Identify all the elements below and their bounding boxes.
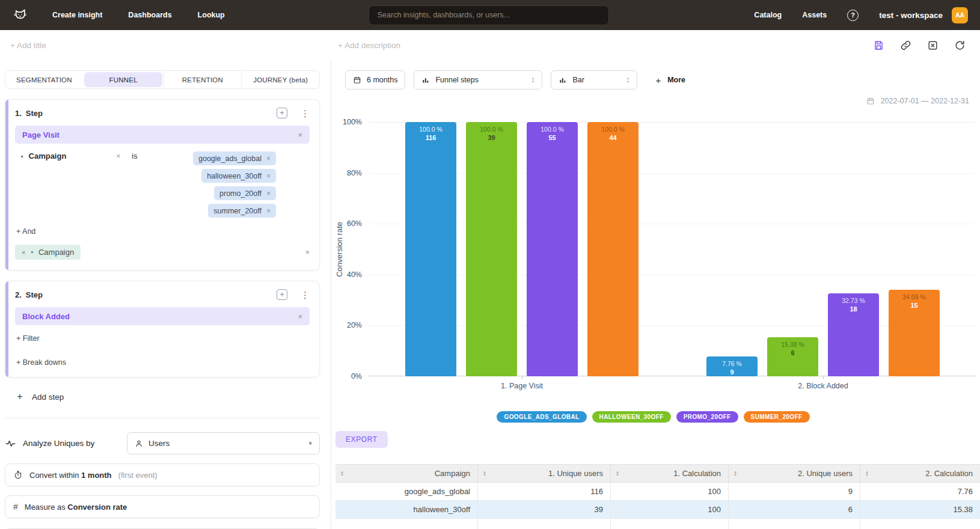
bar-count-label: 44 bbox=[609, 133, 616, 142]
export-button[interactable]: EXPORT bbox=[335, 431, 388, 448]
bar-google_ads_global[interactable]: 7.76 %9 bbox=[706, 356, 758, 376]
legend-pill-halloween_30off[interactable]: HALLOWEEN_30OFF bbox=[592, 411, 671, 423]
date-range-button[interactable]: 6 months bbox=[345, 70, 405, 90]
table-cell: 6 bbox=[729, 501, 860, 518]
filter-value-chip[interactable]: promo_20off× bbox=[214, 186, 276, 200]
plot-area: Conversion rate 100%80%60%40%20%0%100.0 … bbox=[369, 122, 975, 376]
nav-assets[interactable]: Assets bbox=[802, 11, 827, 19]
legend-pill-google_ads_global[interactable]: GOOGLE_ADS_GLOBAL bbox=[497, 411, 586, 423]
sort-icon[interactable]: ▲▼ bbox=[483, 471, 486, 476]
add-breakdowns-button[interactable]: + Break downs bbox=[15, 358, 310, 367]
add-filter-button[interactable]: + Filter bbox=[15, 334, 310, 343]
close-box-icon[interactable] bbox=[927, 40, 939, 51]
column-header[interactable]: ▲▼2. Calculation bbox=[860, 465, 980, 482]
measure-as-setting[interactable]: # Measure as Conversion rate bbox=[5, 495, 320, 518]
bar-google_ads_global[interactable]: 100.0 %116 bbox=[405, 122, 456, 376]
tab-funnel[interactable]: FUNNEL bbox=[84, 72, 162, 87]
convert-within-setting[interactable]: Convert within 1 month (first event) bbox=[5, 463, 320, 486]
bar-count-label: 15 bbox=[910, 301, 917, 310]
workspace-name[interactable]: test - workspace bbox=[879, 11, 943, 20]
tab-journey-beta-[interactable]: JOURNEY (beta) bbox=[241, 71, 319, 88]
column-header[interactable]: ▲▼Campaign bbox=[335, 465, 478, 482]
bar-promo_20off[interactable]: 32.73 %18 bbox=[828, 293, 879, 376]
filter-value-chip[interactable]: google_ads_global× bbox=[193, 151, 276, 165]
column-header[interactable]: ▲▼1. Unique users bbox=[478, 465, 611, 482]
more-button[interactable]: + More bbox=[655, 75, 685, 85]
bar-halloween_30off[interactable]: 100.0 %39 bbox=[466, 122, 517, 376]
filter-operator[interactable]: is bbox=[132, 151, 158, 161]
sort-icon[interactable]: ▲▼ bbox=[865, 471, 869, 476]
convert-within-text: Convert within 1 month bbox=[29, 471, 112, 480]
analyze-entity-select[interactable]: Users ▾ bbox=[127, 432, 320, 454]
add-and-button[interactable]: + And bbox=[15, 227, 310, 236]
plus-icon: + bbox=[17, 391, 23, 403]
remove-event-icon[interactable]: × bbox=[298, 312, 302, 321]
sort-icon[interactable]: ▲▼ bbox=[733, 471, 737, 476]
column-header[interactable]: ▲▼2. Unique users bbox=[729, 465, 860, 482]
add-event-icon[interactable]: + bbox=[277, 289, 287, 300]
refresh-icon[interactable] bbox=[954, 40, 966, 51]
step-menu-icon[interactable]: ⋮ bbox=[301, 109, 310, 118]
filter-value-chip[interactable]: summer_20off× bbox=[208, 204, 276, 218]
tab-segmentation[interactable]: SEGMENTATION bbox=[5, 71, 83, 88]
remove-value-icon[interactable]: × bbox=[266, 172, 271, 180]
y-axis-title: Conversion rate bbox=[335, 122, 344, 376]
event-row-page-visit[interactable]: Page Visit × bbox=[15, 126, 310, 144]
remove-value-icon[interactable]: × bbox=[266, 154, 271, 163]
step-2-card: 2. Step + ⋮ Block Added × + Filter + Bre… bbox=[5, 281, 320, 378]
nav-dashboards[interactable]: Dashboards bbox=[128, 11, 171, 19]
add-event-icon[interactable]: + bbox=[277, 108, 287, 118]
add-description-button[interactable]: + Add description bbox=[338, 41, 400, 50]
breakdown-chip-campaign[interactable]: × • Campaign bbox=[15, 245, 81, 260]
nav-catalog[interactable]: Catalog bbox=[754, 11, 782, 19]
measure-value: Conversion rate bbox=[67, 503, 127, 512]
bar-percent-label: 34.09 % bbox=[902, 293, 926, 301]
legend-pill-summer_20off[interactable]: SUMMER_20OFF bbox=[744, 411, 810, 423]
chart-type-select[interactable]: Bar ▲▼ bbox=[551, 70, 637, 90]
remove-filter-icon[interactable]: × bbox=[116, 151, 132, 161]
add-step-button[interactable]: + Add step bbox=[17, 391, 320, 403]
filter-property[interactable]: Campaign bbox=[29, 151, 67, 161]
sort-icon[interactable]: ▲▼ bbox=[616, 471, 619, 476]
table-cell: 9 bbox=[729, 483, 860, 500]
sort-icon[interactable]: ▲▼ bbox=[340, 471, 344, 476]
remove-event-icon[interactable]: × bbox=[298, 130, 302, 139]
bar-promo_20off[interactable]: 100.0 %55 bbox=[527, 122, 578, 376]
nav-create-insight[interactable]: Create insight bbox=[52, 11, 102, 19]
help-icon[interactable]: ? bbox=[847, 10, 859, 21]
remove-breakdown-icon[interactable]: × bbox=[22, 249, 25, 256]
remove-value-icon[interactable]: × bbox=[266, 207, 271, 215]
step-menu-icon[interactable]: ⋮ bbox=[301, 290, 310, 299]
bar-halloween_30off[interactable]: 15.38 %6 bbox=[767, 337, 818, 376]
app-logo-cat-icon[interactable] bbox=[12, 7, 28, 23]
table-cell: 116 bbox=[478, 483, 611, 500]
filter-value-chip[interactable]: halloween_30off× bbox=[201, 169, 276, 183]
bar-summer_20off[interactable]: 100.0 %44 bbox=[587, 122, 639, 376]
nav-right-group: Catalog Assets ? test - workspace AA bbox=[754, 7, 968, 23]
convert-window-value: 1 month bbox=[81, 471, 112, 480]
table-header-row: ▲▼Campaign▲▼1. Unique users▲▼1. Calculat… bbox=[335, 465, 980, 483]
save-icon[interactable] bbox=[873, 40, 884, 51]
event-row-block-added[interactable]: Block Added × bbox=[15, 307, 310, 325]
legend-pill-promo_20off[interactable]: PROMO_20OFF bbox=[676, 411, 738, 423]
avatar[interactable]: AA bbox=[952, 7, 968, 23]
y-axis-tick-label: 20% bbox=[347, 321, 362, 329]
add-title-button[interactable]: + Add title bbox=[10, 41, 338, 50]
person-icon bbox=[135, 439, 143, 448]
step-accent-bar bbox=[5, 100, 8, 270]
step-accent-bar bbox=[5, 281, 8, 377]
column-header[interactable]: ▲▼1. Calculation bbox=[611, 465, 729, 482]
tab-retention[interactable]: RETENTION bbox=[164, 71, 242, 88]
hash-icon: # bbox=[13, 502, 18, 512]
view-mode-select[interactable]: Funnel steps ▲▼ bbox=[414, 70, 542, 90]
bar-summer_20off[interactable]: 34.09 %15 bbox=[889, 290, 940, 376]
search-input[interactable] bbox=[369, 5, 609, 25]
breakdown-row: × • Campaign × bbox=[15, 245, 310, 260]
x-axis-tick bbox=[522, 376, 522, 379]
copy-link-icon[interactable] bbox=[900, 40, 911, 51]
nav-lookup[interactable]: Lookup bbox=[198, 11, 225, 19]
add-step-label: Add step bbox=[32, 393, 64, 402]
date-range-display: 2022-07-01 — 2022-12-31 bbox=[331, 97, 969, 105]
remove-value-icon[interactable]: × bbox=[266, 189, 271, 198]
clear-breakdown-icon[interactable]: × bbox=[305, 248, 310, 257]
